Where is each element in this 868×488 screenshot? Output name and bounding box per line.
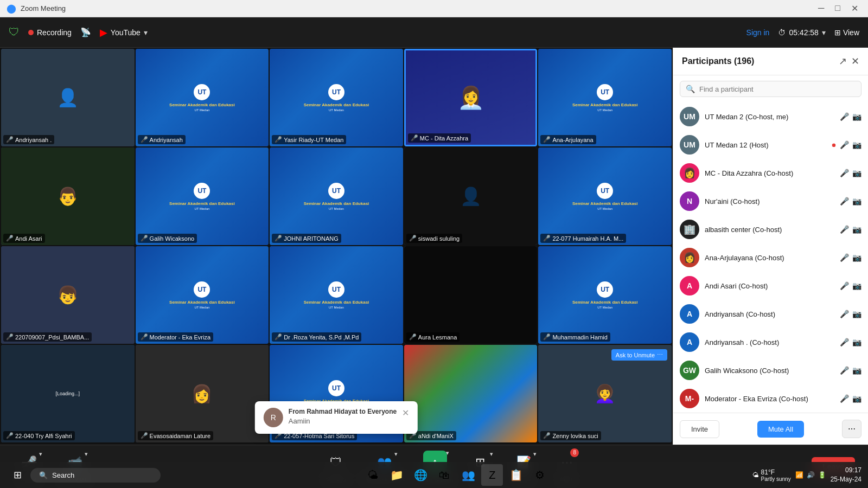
taskbar-app-zoom[interactable]: Z — [481, 464, 503, 486]
taskbar-app-settings[interactable]: ⚙ — [529, 464, 551, 486]
participant-item[interactable]: A Andi Asari (Co-host) 🎤 📷 — [673, 272, 868, 300]
chat-popup-content: From Rahmad Hidayat to Everyone Aamiin — [289, 408, 397, 425]
avatar: A — [680, 304, 699, 324]
cam-off-icon: 📷 — [852, 225, 861, 234]
unmute-caret-icon[interactable]: ▾ — [39, 451, 42, 458]
start-button[interactable]: ⊞ — [7, 464, 28, 486]
panel-header: Participants (196) ↗ ✕ — [673, 48, 868, 75]
meeting-timer: ⏱ 05:42:58 ▾ — [778, 28, 826, 37]
minimize-button[interactable]: ─ — [815, 2, 827, 15]
recording-label: Recording — [37, 28, 72, 37]
avatar: 🏢 — [680, 220, 699, 239]
mic-muted-icon: 🎤 — [840, 338, 849, 346]
video-tile: UT Seminar Akademik dan Edukasi UT Medan… — [136, 147, 269, 245]
video-tile: UT Seminar Akademik dan Edukasi UT Medan… — [538, 246, 672, 344]
title-bar: ⬤ Zoom Meeting ─ □ ✕ — [0, 0, 868, 17]
participant-name: Galih Wicaksono (Co-host) — [705, 367, 834, 375]
participant-icons: 🎤 📷 — [840, 112, 861, 121]
youtube-label: YouTube — [111, 28, 141, 37]
weather-icon: 🌤 — [752, 471, 759, 479]
participant-item[interactable]: N Nur'aini (Co-host) 🎤 📷 — [673, 187, 868, 215]
avatar: M- — [680, 389, 699, 408]
participant-icons: 🎤 📷 — [840, 394, 861, 403]
ask-to-unmute-button[interactable]: Ask to Unmute ⋯ — [611, 349, 667, 361]
video-tile: UT Seminar Akademik dan Edukasi UT Medan… — [270, 49, 403, 146]
participant-item[interactable]: M- Moderator - Eka Evriza (Co-host) 🎤 📷 — [673, 384, 868, 413]
cam-off-icon: 📷 — [852, 197, 861, 206]
youtube-button[interactable]: ▶ YouTube ▾ — [100, 27, 148, 38]
invite-button[interactable]: Invite — [680, 420, 719, 438]
avatar: 👩 — [680, 163, 699, 183]
timer-icon: ⏱ — [778, 28, 786, 37]
participant-item[interactable]: UM UT Medan 12 (Host) ⏺ 🎤 📷 — [673, 131, 868, 159]
mic-muted-icon: 🎤 — [840, 253, 849, 262]
participant-icons: 🎤 📷 — [840, 281, 861, 290]
battery-icon: 🔋 — [818, 471, 826, 479]
live-icon: 📡 — [80, 27, 91, 37]
participant-item[interactable]: 👩 MC - Dita Azzahra (Co-host) 🎤 📷 — [673, 159, 868, 187]
participant-name: Andriyansah . (Co-host) — [705, 338, 834, 346]
more-options-button[interactable]: ⋯ — [842, 420, 861, 438]
timer-value: 05:42:58 — [789, 28, 819, 37]
participant-search-box[interactable]: 🔍 — [680, 81, 861, 97]
chat-popup-close-button[interactable]: ✕ — [402, 408, 409, 418]
ask-unmute-more-icon[interactable]: ⋯ — [657, 351, 663, 358]
taskbar-app-notes[interactable]: 📋 — [505, 464, 527, 486]
notes-caret-icon[interactable]: ▾ — [533, 451, 537, 458]
video-tile: 🎤Aura Lesmana — [404, 246, 538, 344]
maximize-button[interactable]: □ — [832, 2, 844, 15]
panel-close-icon[interactable]: ✕ — [851, 55, 859, 67]
participant-item[interactable]: UM UT Medan 2 (Co-host, me) 🎤 📷 — [673, 102, 868, 131]
apps-caret-icon[interactable]: ▾ — [490, 451, 493, 458]
participant-icons: 🎤 📷 — [840, 310, 861, 318]
cam-off-icon: 📷 — [852, 140, 861, 149]
video-tile: [Loading...] 🎤22-040 Try Alfi Syahri — [1, 345, 135, 442]
sign-in-button[interactable]: Sign in — [746, 28, 770, 37]
close-button[interactable]: ✕ — [848, 2, 861, 15]
participant-name: MC - Dita Azzahra (Co-host) — [705, 169, 834, 177]
video-tile: 👤 🎤Andriyansah . — [1, 49, 135, 146]
panel-popout-icon[interactable]: ↗ — [839, 55, 847, 67]
share-caret-icon[interactable]: ▾ — [446, 450, 449, 457]
participant-item[interactable]: 👩 Ana-Arjulayana (Co-host) 🎤 📷 — [673, 243, 868, 272]
recording-button[interactable]: Recording — [28, 28, 72, 37]
taskbar-search[interactable]: 🔍 Search — [30, 468, 161, 483]
participant-name: Andriyansah (Co-host) — [705, 310, 834, 318]
system-clock[interactable]: 09:17 25-May-24 — [831, 466, 861, 484]
participant-item[interactable]: 🏢 albasith center (Co-host) 🎤 📷 — [673, 215, 868, 243]
taskbar-app-store[interactable]: 🛍 — [433, 464, 455, 486]
taskbar-app-widgets[interactable]: 🌤 — [362, 464, 384, 486]
view-button[interactable]: ⊞ View — [834, 28, 859, 37]
video-caret-icon[interactable]: ▾ — [85, 451, 88, 458]
participant-icons: 🎤 📷 — [840, 169, 861, 177]
mic-icon: 🎤 — [840, 169, 849, 177]
weather-desc: Partly sunny — [761, 476, 791, 482]
participant-item[interactable]: A Andriyansah (Co-host) 🎤 📷 — [673, 300, 868, 328]
taskbar-app-teams[interactable]: 👥 — [457, 464, 479, 486]
participant-name: Moderator - Eka Evriza (Co-host) — [705, 395, 834, 403]
weather-temp: 81°F — [761, 468, 791, 476]
cam-off-icon: 📷 — [852, 253, 861, 262]
main-layout: 👤 🎤Andriyansah . UT Seminar Akademik dan… — [0, 48, 868, 445]
mic-icon: 🎤 — [840, 140, 849, 149]
taskbar-app-edge[interactable]: 🌐 — [410, 464, 431, 486]
participant-icons: ⏺ 🎤 📷 — [831, 140, 861, 149]
participants-caret-icon[interactable]: ▾ — [394, 451, 398, 458]
taskbar-app-file-explorer[interactable]: 📁 — [386, 464, 407, 486]
participant-name: albasith center (Co-host) — [705, 226, 834, 234]
participant-icons: 🎤 📷 — [840, 225, 861, 234]
clock-time: 09:17 — [831, 466, 861, 475]
mic-muted-icon: 🎤 — [840, 225, 849, 234]
mute-all-button[interactable]: Mute All — [757, 421, 804, 438]
cam-off-icon: 📷 — [852, 338, 861, 346]
avatar: GW — [680, 361, 699, 380]
cam-off-icon: 📷 — [852, 281, 861, 290]
participant-item[interactable]: GW Galih Wicaksono (Co-host) 🎤 📷 — [673, 356, 868, 384]
zoom-icon: ⬤ — [7, 3, 16, 14]
participant-name: Ana-Arjulayana (Co-host) — [705, 254, 834, 262]
participant-search-input[interactable] — [699, 85, 856, 93]
avatar: UM — [680, 135, 699, 155]
participant-item[interactable]: A Andriyansah . (Co-host) 🎤 📷 — [673, 328, 868, 356]
youtube-icon: ▶ — [100, 27, 107, 38]
video-tile: UT Seminar Akademik dan Edukasi UT Medan… — [270, 147, 403, 245]
